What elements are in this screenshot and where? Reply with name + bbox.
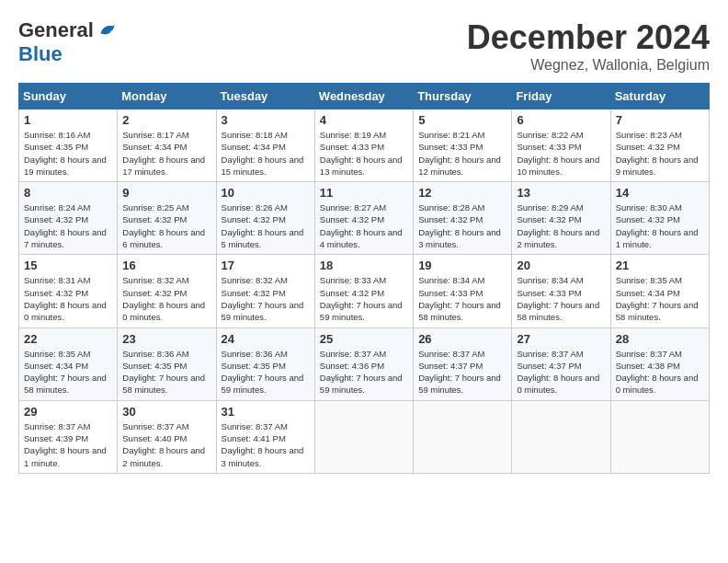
- day-number: 24: [222, 332, 310, 346]
- day-number: 26: [418, 332, 506, 346]
- day-info: Sunrise: 8:28 AM Sunset: 4:32 PM Dayligh…: [418, 201, 506, 250]
- day-number: 25: [320, 332, 408, 346]
- calendar-cell: 11 Sunrise: 8:27 AM Sunset: 4:32 PM Dayl…: [314, 182, 413, 255]
- day-number: 1: [24, 113, 112, 127]
- calendar-cell: 3 Sunrise: 8:18 AM Sunset: 4:34 PM Dayli…: [216, 109, 314, 182]
- week-row-3: 15 Sunrise: 8:31 AM Sunset: 4:32 PM Dayl…: [19, 255, 710, 327]
- logo-blue-text: Blue: [18, 42, 63, 66]
- day-number: 7: [616, 113, 704, 127]
- day-info: Sunrise: 8:27 AM Sunset: 4:32 PM Dayligh…: [320, 201, 408, 250]
- day-info: Sunrise: 8:36 AM Sunset: 4:35 PM Dayligh…: [222, 348, 310, 396]
- calendar-cell: 17 Sunrise: 8:32 AM Sunset: 4:32 PM Dayl…: [216, 255, 314, 327]
- day-info: Sunrise: 8:36 AM Sunset: 4:35 PM Dayligh…: [122, 348, 210, 396]
- day-number: 6: [517, 113, 605, 127]
- day-info: Sunrise: 8:19 AM Sunset: 4:33 PM Dayligh…: [320, 129, 408, 178]
- calendar-cell: 19 Sunrise: 8:34 AM Sunset: 4:33 PM Dayl…: [414, 255, 512, 327]
- day-info: Sunrise: 8:37 AM Sunset: 4:37 PM Dayligh…: [517, 348, 605, 396]
- day-info: Sunrise: 8:22 AM Sunset: 4:33 PM Dayligh…: [517, 129, 605, 178]
- day-info: Sunrise: 8:21 AM Sunset: 4:33 PM Dayligh…: [418, 129, 506, 178]
- day-info: Sunrise: 8:16 AM Sunset: 4:35 PM Dayligh…: [24, 129, 112, 178]
- day-info: Sunrise: 8:29 AM Sunset: 4:32 PM Dayligh…: [517, 201, 605, 250]
- day-info: Sunrise: 8:37 AM Sunset: 4:36 PM Dayligh…: [320, 348, 408, 396]
- day-number: 4: [320, 113, 408, 127]
- calendar-cell: 27 Sunrise: 8:37 AM Sunset: 4:37 PM Dayl…: [512, 327, 610, 400]
- logo: General Blue: [18, 18, 116, 66]
- header-wednesday: Wednesday: [314, 84, 413, 109]
- location-title: Wegnez, Wallonia, Belgium: [467, 57, 710, 74]
- day-number: 5: [418, 113, 506, 127]
- day-info: Sunrise: 8:32 AM Sunset: 4:32 PM Dayligh…: [222, 274, 310, 323]
- header-row: SundayMondayTuesdayWednesdayThursdayFrid…: [19, 84, 710, 109]
- day-info: Sunrise: 8:37 AM Sunset: 4:37 PM Dayligh…: [418, 348, 506, 396]
- calendar-cell: 14 Sunrise: 8:30 AM Sunset: 4:32 PM Dayl…: [610, 182, 709, 255]
- logo-general-text: General: [18, 18, 94, 42]
- day-info: Sunrise: 8:33 AM Sunset: 4:32 PM Dayligh…: [320, 274, 408, 323]
- calendar-cell: 22 Sunrise: 8:35 AM Sunset: 4:34 PM Dayl…: [19, 327, 118, 400]
- week-row-5: 29 Sunrise: 8:37 AM Sunset: 4:39 PM Dayl…: [19, 400, 710, 473]
- day-number: 13: [517, 186, 605, 200]
- week-row-4: 22 Sunrise: 8:35 AM Sunset: 4:34 PM Dayl…: [19, 327, 710, 400]
- calendar-cell: 23 Sunrise: 8:36 AM Sunset: 4:35 PM Dayl…: [118, 327, 216, 400]
- calendar-cell: [414, 400, 512, 473]
- day-info: Sunrise: 8:34 AM Sunset: 4:33 PM Dayligh…: [517, 274, 605, 323]
- header-sunday: Sunday: [19, 84, 118, 109]
- week-row-2: 8 Sunrise: 8:24 AM Sunset: 4:32 PM Dayli…: [19, 182, 710, 255]
- day-number: 18: [320, 259, 408, 272]
- day-number: 12: [418, 186, 506, 200]
- header-tuesday: Tuesday: [216, 84, 314, 109]
- day-number: 8: [24, 186, 112, 200]
- day-number: 28: [616, 332, 704, 346]
- header-thursday: Thursday: [414, 84, 512, 109]
- day-number: 3: [222, 113, 310, 127]
- day-info: Sunrise: 8:25 AM Sunset: 4:32 PM Dayligh…: [122, 201, 210, 250]
- calendar-cell: 30 Sunrise: 8:37 AM Sunset: 4:40 PM Dayl…: [118, 400, 216, 473]
- calendar-cell: 25 Sunrise: 8:37 AM Sunset: 4:36 PM Dayl…: [314, 327, 413, 400]
- calendar-cell: 24 Sunrise: 8:36 AM Sunset: 4:35 PM Dayl…: [216, 327, 314, 400]
- day-number: 16: [122, 259, 210, 272]
- day-info: Sunrise: 8:37 AM Sunset: 4:39 PM Dayligh…: [24, 420, 112, 469]
- day-number: 27: [517, 332, 605, 346]
- header: General Blue December 2024 Wegnez, Wallo…: [18, 18, 710, 74]
- calendar-cell: 12 Sunrise: 8:28 AM Sunset: 4:32 PM Dayl…: [414, 182, 512, 255]
- day-number: 2: [122, 113, 210, 127]
- calendar-cell: [314, 400, 413, 473]
- calendar-cell: 13 Sunrise: 8:29 AM Sunset: 4:32 PM Dayl…: [512, 182, 610, 255]
- calendar-cell: 1 Sunrise: 8:16 AM Sunset: 4:35 PM Dayli…: [19, 109, 118, 182]
- day-info: Sunrise: 8:37 AM Sunset: 4:40 PM Dayligh…: [122, 420, 210, 469]
- day-number: 30: [122, 405, 210, 419]
- calendar-cell: 10 Sunrise: 8:26 AM Sunset: 4:32 PM Dayl…: [216, 182, 314, 255]
- calendar-cell: 9 Sunrise: 8:25 AM Sunset: 4:32 PM Dayli…: [118, 182, 216, 255]
- calendar-cell: 29 Sunrise: 8:37 AM Sunset: 4:39 PM Dayl…: [19, 400, 118, 473]
- day-info: Sunrise: 8:30 AM Sunset: 4:32 PM Dayligh…: [616, 201, 704, 250]
- calendar-table: SundayMondayTuesdayWednesdayThursdayFrid…: [18, 83, 710, 474]
- calendar-cell: 2 Sunrise: 8:17 AM Sunset: 4:34 PM Dayli…: [118, 109, 216, 182]
- day-number: 22: [24, 332, 112, 346]
- calendar-cell: [610, 400, 709, 473]
- calendar-cell: [512, 400, 610, 473]
- month-title: December 2024: [467, 18, 710, 57]
- header-monday: Monday: [118, 84, 216, 109]
- day-info: Sunrise: 8:18 AM Sunset: 4:34 PM Dayligh…: [222, 129, 310, 178]
- calendar-cell: 4 Sunrise: 8:19 AM Sunset: 4:33 PM Dayli…: [314, 109, 413, 182]
- calendar-cell: 26 Sunrise: 8:37 AM Sunset: 4:37 PM Dayl…: [414, 327, 512, 400]
- day-info: Sunrise: 8:34 AM Sunset: 4:33 PM Dayligh…: [418, 274, 506, 323]
- calendar-cell: 8 Sunrise: 8:24 AM Sunset: 4:32 PM Dayli…: [19, 182, 118, 255]
- header-saturday: Saturday: [610, 84, 709, 109]
- calendar-cell: 5 Sunrise: 8:21 AM Sunset: 4:33 PM Dayli…: [414, 109, 512, 182]
- day-info: Sunrise: 8:32 AM Sunset: 4:32 PM Dayligh…: [122, 274, 210, 323]
- day-number: 19: [418, 259, 506, 272]
- day-info: Sunrise: 8:26 AM Sunset: 4:32 PM Dayligh…: [222, 201, 310, 250]
- calendar-cell: 21 Sunrise: 8:35 AM Sunset: 4:34 PM Dayl…: [610, 255, 709, 327]
- header-friday: Friday: [512, 84, 610, 109]
- day-number: 29: [24, 405, 112, 419]
- day-number: 15: [24, 259, 112, 272]
- day-number: 31: [222, 405, 310, 419]
- day-info: Sunrise: 8:17 AM Sunset: 4:34 PM Dayligh…: [122, 129, 210, 178]
- calendar-cell: 7 Sunrise: 8:23 AM Sunset: 4:32 PM Dayli…: [610, 109, 709, 182]
- day-number: 21: [616, 259, 704, 272]
- day-number: 17: [222, 259, 310, 272]
- day-info: Sunrise: 8:35 AM Sunset: 4:34 PM Dayligh…: [616, 274, 704, 323]
- day-number: 11: [320, 186, 408, 200]
- day-info: Sunrise: 8:23 AM Sunset: 4:32 PM Dayligh…: [616, 129, 704, 178]
- calendar-cell: 31 Sunrise: 8:37 AM Sunset: 4:41 PM Dayl…: [216, 400, 314, 473]
